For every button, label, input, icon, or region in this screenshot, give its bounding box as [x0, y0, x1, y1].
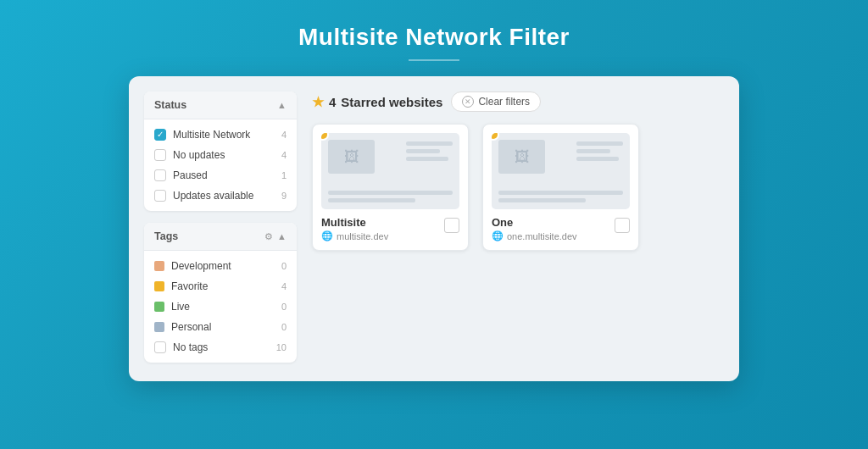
content-header: ★ 4 Starred websites ✕ Clear filters — [312, 91, 724, 112]
thumb-bottom-lines-multisite — [328, 191, 453, 202]
status-item-paused[interactable]: Paused 1 — [144, 165, 297, 186]
clear-filters-icon: ✕ — [462, 96, 474, 108]
website-thumb-one: 🖼 — [492, 133, 630, 209]
status-label-multisite: Multisite Network — [173, 129, 275, 141]
status-count-multisite: 4 — [281, 130, 287, 140]
website-star-dot-one — [492, 133, 499, 141]
website-select-checkbox-one[interactable] — [615, 218, 630, 233]
website-details-multisite: Multisite 🌐 multisite.dev — [321, 216, 388, 241]
status-filter-list: ✓ Multisite Network 4 No updates 4 Pause… — [144, 119, 297, 211]
tags-header: Tags ⚙ ▲ — [144, 223, 297, 251]
check-icon: ✓ — [157, 130, 164, 139]
status-count-paused: 1 — [281, 170, 287, 180]
tag-label-favorite: Favorite — [171, 280, 275, 292]
status-title: Status — [154, 99, 186, 111]
thumb-bottom-lines-one — [498, 191, 623, 202]
website-card-one: 🖼 One 🌐 — [482, 124, 639, 251]
tag-count-no-tags: 10 — [276, 342, 287, 352]
thumb-line-1 — [406, 141, 453, 146]
tag-item-personal[interactable]: Personal 0 — [144, 317, 297, 337]
thumb-line-2 — [406, 149, 440, 153]
main-card: Status ▲ ✓ Multisite Network 4 No update… — [129, 76, 739, 381]
thumb-line-2-one — [576, 149, 610, 153]
status-checkbox-no-updates[interactable] — [154, 149, 166, 161]
globe-icon-multisite: 🌐 — [321, 230, 333, 241]
website-name-one: One — [492, 216, 577, 229]
starred-text: Starred websites — [341, 95, 442, 109]
tag-count-live: 0 — [281, 302, 287, 312]
thumb-line-3-one — [576, 157, 619, 161]
page-title: Multisite Network Filter — [0, 0, 868, 51]
website-thumb-multisite: 🖼 — [321, 133, 459, 209]
tags-section: Tags ⚙ ▲ Development 0 Favorite 4 — [144, 223, 297, 363]
thumb-lines-multisite — [406, 141, 453, 161]
status-item-no-updates[interactable]: No updates 4 — [144, 145, 297, 165]
status-label-updates: Updates available — [173, 190, 275, 202]
thumb-bottom-line-1 — [328, 191, 453, 195]
sidebar: Status ▲ ✓ Multisite Network 4 No update… — [144, 91, 297, 366]
thumb-image-icon-one: 🖼 — [515, 148, 530, 166]
status-checkbox-paused[interactable] — [154, 169, 166, 181]
status-section: Status ▲ ✓ Multisite Network 4 No update… — [144, 91, 297, 211]
tag-count-favorite: 4 — [281, 281, 287, 291]
thumb-lines-one — [576, 141, 623, 161]
status-header-icons: ▲ — [277, 100, 287, 110]
starred-count: 4 — [329, 95, 336, 109]
tag-item-development[interactable]: Development 0 — [144, 256, 297, 276]
status-count-no-updates: 4 — [281, 150, 287, 160]
status-checkbox-multisite[interactable]: ✓ — [154, 129, 166, 141]
tag-item-no-tags[interactable]: No tags 10 — [144, 337, 297, 358]
globe-icon-one: 🌐 — [492, 230, 504, 241]
status-collapse-icon[interactable]: ▲ — [277, 100, 287, 110]
tag-item-live[interactable]: Live 0 — [144, 297, 297, 317]
websites-grid: 🖼 Multisite — [312, 124, 724, 251]
tag-label-personal: Personal — [171, 321, 275, 333]
tag-label-live: Live — [171, 301, 275, 313]
status-item-updates-available[interactable]: Updates available 9 — [144, 186, 297, 206]
website-url-row-multisite: 🌐 multisite.dev — [321, 230, 388, 241]
clear-filters-label: Clear filters — [478, 96, 530, 108]
website-info-one: One 🌐 one.multisite.dev — [492, 216, 630, 241]
website-url-one: one.multisite.dev — [507, 231, 577, 241]
thumb-bottom-line-2-one — [498, 198, 586, 202]
status-count-updates: 9 — [281, 191, 287, 201]
thumb-line-3 — [406, 157, 448, 161]
website-name-multisite: Multisite — [321, 216, 388, 229]
tag-label-no-tags: No tags — [173, 341, 270, 353]
tags-filter-list: Development 0 Favorite 4 Live 0 Personal… — [144, 251, 297, 363]
star-icon: ★ — [312, 94, 324, 110]
thumb-bottom-line-1-one — [498, 191, 623, 195]
starred-label: ★ 4 Starred websites — [312, 94, 442, 110]
tags-header-icons: ⚙ ▲ — [264, 231, 287, 242]
tag-color-personal — [154, 322, 164, 332]
tags-settings-icon[interactable]: ⚙ — [264, 231, 273, 242]
tag-count-development: 0 — [281, 261, 287, 271]
status-checkbox-updates[interactable] — [154, 190, 166, 202]
tags-title: Tags — [154, 230, 178, 242]
content-area: ★ 4 Starred websites ✕ Clear filters 🖼 — [312, 91, 724, 366]
tag-label-development: Development — [171, 260, 275, 272]
tag-color-development — [154, 261, 164, 271]
thumb-image-icon-multisite: 🖼 — [344, 148, 359, 166]
thumb-image-multisite: 🖼 — [328, 140, 375, 174]
tag-checkbox-no-tags[interactable] — [154, 341, 166, 353]
status-item-multisite-network[interactable]: ✓ Multisite Network 4 — [144, 125, 297, 145]
tag-item-favorite[interactable]: Favorite 4 — [144, 276, 297, 297]
tag-count-personal: 0 — [281, 322, 287, 332]
status-header: Status ▲ — [144, 91, 297, 119]
website-url-row-one: 🌐 one.multisite.dev — [492, 230, 577, 241]
website-select-checkbox-multisite[interactable] — [444, 218, 459, 233]
tag-color-live — [154, 302, 164, 312]
thumb-line-1-one — [576, 141, 623, 146]
website-info-multisite: Multisite 🌐 multisite.dev — [321, 216, 459, 241]
thumb-bottom-line-2 — [328, 198, 415, 202]
website-details-one: One 🌐 one.multisite.dev — [492, 216, 577, 241]
status-label-no-updates: No updates — [173, 149, 275, 161]
tag-color-favorite — [154, 281, 164, 291]
website-card-multisite: 🖼 Multisite — [312, 124, 469, 251]
website-star-dot-multisite — [321, 133, 329, 141]
thumb-image-one: 🖼 — [498, 140, 545, 174]
status-label-paused: Paused — [173, 169, 275, 181]
tags-collapse-icon[interactable]: ▲ — [277, 231, 287, 241]
clear-filters-button[interactable]: ✕ Clear filters — [451, 91, 541, 112]
